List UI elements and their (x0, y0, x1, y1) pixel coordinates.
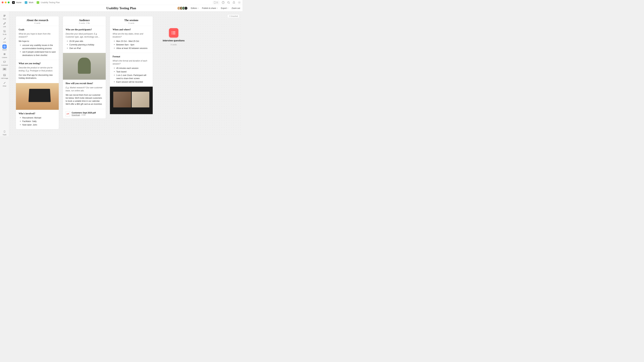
list-item: 45 minutes each session (114, 67, 150, 70)
list-item: Mon 23 Oct - Wed 25 Oct (114, 40, 150, 43)
svg-point-25 (172, 34, 172, 34)
maximize-window-button[interactable] (8, 1, 10, 3)
settings-icon[interactable] (238, 1, 241, 4)
board-icon (2, 45, 6, 49)
list-item: Facilitator: Sally (20, 120, 56, 123)
card-list: 45 minutes each sessionTask based1-on-1 … (112, 67, 150, 84)
collaborator-avatars[interactable] (177, 6, 188, 10)
board-column[interactable]: Audience3 cards, 1 fileWho are the parti… (63, 16, 106, 119)
notifications-icon[interactable] (232, 1, 236, 4)
tool-add-image[interactable]: Add image (0, 72, 9, 80)
device-count[interactable]: 21 (213, 1, 219, 4)
breadcrumb: Home / Work / Usability Testing Plan (12, 1, 60, 4)
file-name: Customers Sept 2020.pdf (72, 112, 103, 114)
breadcrumb-work[interactable]: Work (29, 1, 34, 4)
list-item: Currently planning a holiday (66, 43, 103, 46)
card-prompt: What's the format and duration of each s… (112, 59, 150, 65)
card[interactable]: Who are the participants?Describe your i… (63, 26, 106, 53)
column-title[interactable]: The sessions (112, 19, 151, 22)
list-item: Note taker: John (20, 123, 56, 127)
list-item: see if people understand how to save des… (20, 50, 56, 57)
tool-trash[interactable]: Trash (0, 129, 9, 136)
svg-point-23 (172, 32, 172, 33)
card-text: We hope to: (19, 40, 56, 43)
svg-rect-14 (5, 46, 6, 46)
minimize-window-button[interactable] (5, 1, 6, 3)
card-image[interactable] (63, 53, 106, 80)
card-list: Mon 23 Oct - Wed 25 OctBetween 9am - 4pm… (112, 40, 150, 50)
download-link[interactable]: Download (72, 114, 80, 116)
card-prompt: Describe your ideal participant. E.g. Cu… (66, 32, 103, 38)
page-title[interactable]: Usability Testing Plan (106, 6, 136, 10)
publish-button[interactable]: Publish & share (202, 7, 218, 9)
file-attachment[interactable]: pdf Customers Sept 2020.pdf Download - 4… (63, 109, 106, 119)
board-column[interactable]: About the research4 cardsGoalsWhat do yo… (16, 16, 59, 129)
avatar[interactable] (184, 6, 188, 10)
trash-icon (2, 130, 6, 134)
list-item: Recruitment: Michael (20, 116, 56, 120)
card-heading: When and where? (112, 28, 150, 31)
tool-label: Trash (3, 134, 6, 136)
breadcrumb-doc[interactable]: Usability Testing Plan (40, 1, 60, 4)
list-item: Task based (114, 70, 150, 73)
tool-sidebar: Note Link To-do Line Board Column Commen… (0, 11, 9, 136)
column-sub: 4 cards (18, 22, 57, 24)
svg-text:?: ? (223, 2, 224, 3)
search-icon[interactable] (227, 1, 230, 4)
home-icon[interactable] (12, 1, 15, 4)
card-image[interactable] (16, 83, 59, 110)
tool-column[interactable]: Column (0, 52, 9, 59)
tool-note[interactable]: Note (0, 13, 9, 20)
card-text: Our new iPad app for discovering new hol… (19, 74, 56, 80)
zoom-out-button[interactable]: Zoom out (232, 7, 240, 9)
unsorted-pill[interactable]: 0 Unsorted (227, 14, 240, 18)
card-heading: What are you testing? (19, 62, 56, 65)
card[interactable]: How will you recruit them?E.g. Market re… (63, 80, 106, 109)
card[interactable]: GoalsWhat do you hope to learn from this… (16, 26, 59, 60)
canvas[interactable]: 0 Unsorted About the research4 cardsGoal… (9, 11, 242, 136)
column-title[interactable]: Audience (64, 19, 104, 22)
board-column[interactable]: The sessions3 cardsWhen and where?What a… (110, 16, 153, 114)
help-icon[interactable]: ? (222, 1, 225, 4)
card-list: 20-30 year oldsCurrently planning a holi… (66, 40, 103, 50)
list-icon (169, 28, 178, 37)
tool-draw[interactable]: Draw (0, 80, 9, 87)
editors-button[interactable]: Editors (191, 7, 199, 9)
list-item: Own an iPad (66, 47, 103, 50)
column-sub: 3 cards (112, 22, 151, 24)
card-prompt: Describe the product or service you're t… (19, 66, 56, 72)
card[interactable]: What are you testing?Describe the produc… (16, 60, 59, 83)
close-window-button[interactable] (2, 1, 4, 3)
list-item: 20-30 year olds (66, 40, 103, 43)
linked-stack[interactable]: Interview questions 0 cards (157, 16, 190, 46)
work-icon[interactable] (25, 1, 27, 4)
doc-icon[interactable] (36, 1, 39, 4)
svg-line-12 (4, 38, 5, 40)
svg-rect-0 (214, 1, 216, 3)
tool-label: Column (2, 57, 7, 58)
todo-icon (2, 29, 6, 33)
tool-todo[interactable]: To-do (0, 28, 9, 36)
tool-label: Line (3, 41, 6, 43)
card[interactable]: FormatWhat's the format and duration of … (110, 53, 153, 86)
card[interactable]: Who's involved?Recruitment: MichaelFacil… (16, 110, 59, 129)
tool-more[interactable]: ••• (2, 68, 6, 71)
tool-board[interactable]: Board (0, 44, 9, 51)
export-button[interactable]: Export (221, 7, 229, 9)
column-title[interactable]: About the research (18, 19, 57, 22)
document-header: Usability Testing Plan Editors Publish &… (0, 5, 242, 11)
tool-line[interactable]: Line (0, 36, 9, 44)
column-icon (2, 52, 6, 56)
unsorted-count: 0 (229, 15, 230, 17)
tool-comment[interactable]: Comment (0, 59, 9, 67)
card-text: We can recruit them from our customer li… (66, 94, 103, 106)
card-image[interactable] (110, 86, 153, 114)
card-heading: Who are the participants? (66, 28, 103, 31)
breadcrumb-home[interactable]: Home (16, 1, 22, 4)
card[interactable]: When and where?What are the key dates, t… (110, 26, 153, 53)
image-icon (2, 73, 6, 77)
tool-label: Board (2, 49, 6, 51)
breadcrumb-sep: / (35, 1, 35, 4)
list-item: Allow at least 30 between sessions (114, 47, 150, 50)
tool-link[interactable]: Link (0, 21, 9, 28)
